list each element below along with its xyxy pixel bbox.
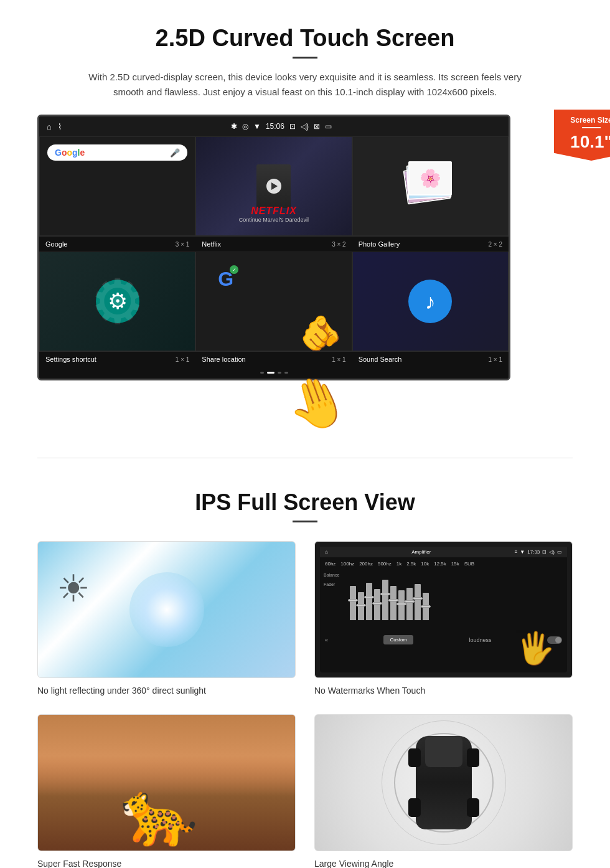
amp-bar-10	[423, 593, 429, 620]
amp-freq-labels: 60hz100hz200hz500hz 1k2.5k10k12.5k15kSUB	[320, 557, 567, 570]
amp-handle-10[interactable]	[421, 605, 431, 608]
screen-size-badge: Screen Size 10.1"	[554, 110, 610, 161]
amp-home-icon: ⌂	[325, 549, 328, 555]
section2: IPS Full Screen View ☀ No light reflecti…	[0, 471, 610, 868]
amp-time: 17:33	[527, 549, 540, 555]
amp-bar-1	[350, 586, 356, 620]
music-note-icon: ♪	[425, 290, 436, 314]
netflix-app-cell[interactable]: NETFLIX Continue Marvel's Daredevil	[195, 136, 352, 236]
amp-vol-icon: ◁)	[549, 549, 555, 555]
amp-handle-3[interactable]	[364, 596, 374, 598]
google-app-cell[interactable]: Google 🎤	[39, 136, 195, 236]
amp-handle-8[interactable]	[405, 600, 415, 603]
share-location-cell[interactable]: G ✓ 🫵	[195, 252, 352, 351]
amp-menu-icon: ≡	[515, 549, 518, 555]
page-dot-4	[284, 372, 288, 374]
hand-touch-icon: 🖐	[516, 630, 555, 666]
car-top-image	[314, 714, 573, 851]
page-dot-1	[260, 372, 264, 374]
microphone-icon[interactable]: 🎤	[170, 148, 180, 158]
bluetooth-icon: ✱	[231, 122, 237, 131]
amp-cam-icon: ⊡	[542, 549, 547, 555]
amp-handle-7[interactable]	[396, 603, 406, 605]
hand-pointing-icon: 🫵	[299, 316, 342, 351]
usb-icon: ⌇	[58, 122, 62, 131]
amp-handle-9[interactable]	[413, 597, 423, 600]
amp-body: Balance Fader	[320, 570, 567, 633]
section2-title: IPS Full Screen View	[37, 489, 573, 516]
sun-rays: ☀	[57, 567, 90, 610]
arm-hand-icon: 🤚	[278, 366, 357, 442]
amp-screen: ⌂ Amplifier ≡ ▼ 17:33 ⊡ ◁) ▭ 60hz100hz20…	[320, 547, 567, 672]
settings-label-size: 1 × 1	[176, 356, 190, 363]
netflix-label-size: 3 × 2	[332, 241, 346, 248]
app-grid-top: Google 🎤	[39, 136, 509, 236]
ghost-icons: ⚙	[40, 252, 195, 351]
amp-header: ⌂ Amplifier ≡ ▼ 17:33 ⊡ ◁) ▭	[320, 547, 567, 557]
status-center: ✱ ◎ ▼ 15:06 ⊡ ◁) ⊠ ▭	[231, 122, 332, 131]
amp-handle-2[interactable]	[356, 604, 366, 606]
badge-size: 10.1"	[570, 132, 610, 151]
sunlight-image: ☀	[37, 541, 296, 678]
section1-title: 2.5D Curved Touch Screen	[37, 25, 573, 52]
badge-label: Screen Size	[559, 116, 610, 125]
amp-bar-2	[358, 592, 364, 620]
cell-label-row-1: Google 3 × 1 Netflix 3 × 2 Photo Gallery…	[39, 236, 509, 252]
battery-icon: ⊠	[314, 122, 320, 131]
amp-title: Amplifier	[411, 549, 431, 555]
google-label-name: Google	[45, 240, 67, 248]
amp-handle-6[interactable]	[388, 599, 398, 601]
amp-status-icons: ≡ ▼ 17:33 ⊡ ◁) ▭	[515, 549, 562, 555]
section2-underline	[293, 521, 317, 522]
section-divider	[37, 458, 573, 458]
amp-handle-4[interactable]	[372, 602, 382, 605]
amp-nav-back[interactable]: «	[325, 637, 328, 643]
sunlight-effect	[129, 572, 204, 647]
cell-label-row-2: Settings shortcut 1 × 1 Share location 1…	[39, 351, 509, 367]
amplifier-image: ⌂ Amplifier ≡ ▼ 17:33 ⊡ ◁) ▭ 60hz100hz20…	[314, 541, 573, 678]
amp-bar-6	[390, 586, 396, 620]
music-icon-circle: ♪	[408, 280, 452, 323]
wifi-icon: ▼	[253, 122, 261, 131]
sound-label-name: Sound Search	[359, 356, 402, 363]
google-search-bar[interactable]: Google 🎤	[47, 144, 187, 161]
google-label-size: 3 × 1	[176, 241, 190, 248]
amp-bar-9	[415, 584, 421, 620]
car-wheel-rr	[467, 798, 479, 817]
amp-handle-1[interactable]	[348, 599, 358, 601]
share-label-size: 1 × 1	[332, 356, 346, 363]
status-left: ⌂ ⌇	[47, 122, 62, 131]
sound-search-cell[interactable]: ♪	[352, 252, 509, 351]
car-wheel-rl	[408, 798, 421, 817]
car-body	[416, 736, 472, 829]
amp-batt-icon: ▭	[557, 549, 562, 555]
amp-loudness-toggle[interactable]	[547, 636, 562, 644]
photo-card-front: 🌸	[408, 161, 452, 196]
photo-label-name: Photo Gallery	[359, 240, 400, 248]
settings-label-name: Settings shortcut	[45, 356, 96, 363]
amp-wifi-icon: ▼	[520, 549, 525, 555]
location-icon: ◎	[242, 122, 248, 131]
amp-handle-5[interactable]	[380, 593, 390, 595]
feature-cheetah: 🐆 Super Fast Response	[37, 714, 296, 868]
car-top-view	[406, 727, 481, 839]
title-underline	[293, 57, 317, 59]
hand-area: 🤚	[37, 374, 573, 433]
camera-icon: ⊡	[289, 122, 296, 131]
play-button[interactable]	[266, 179, 281, 194]
amp-custom-button[interactable]: Custom	[383, 635, 413, 644]
settings-label: Settings shortcut 1 × 1	[39, 356, 195, 363]
settings-cell[interactable]: ⚙ ⚙	[39, 252, 195, 351]
cheetah-caption: Super Fast Response	[37, 859, 296, 868]
sound-label-size: 1 × 1	[488, 356, 502, 363]
badge-divider	[582, 127, 601, 128]
amp-fader-label: Fader	[324, 582, 341, 587]
share-label: Share location 1 × 1	[195, 356, 352, 363]
amp-bar-8	[406, 588, 413, 620]
netflix-subtitle: Continue Marvel's Daredevil	[239, 217, 309, 223]
home-icon[interactable]: ⌂	[47, 122, 52, 131]
netflix-label-name: Netflix	[202, 240, 221, 248]
car-windshield	[425, 736, 462, 767]
photo-gallery-cell[interactable]: 🌸	[352, 136, 509, 236]
app-grid-bottom: ⚙ ⚙ G ✓	[39, 252, 509, 351]
